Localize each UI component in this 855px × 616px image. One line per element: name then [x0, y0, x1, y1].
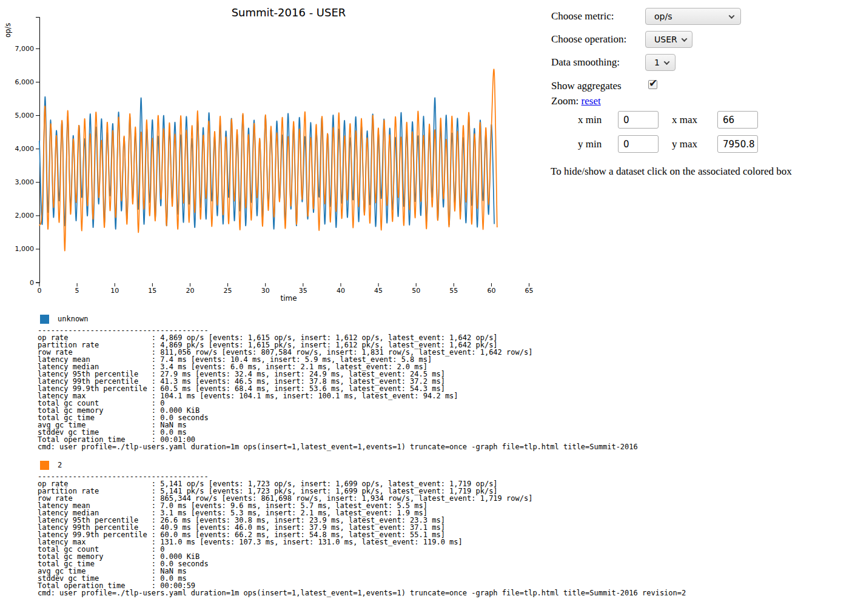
- x-axis-label: time: [280, 294, 297, 303]
- dataset-toggle-swatch-unknown[interactable]: [40, 315, 49, 324]
- x-max-input[interactable]: [717, 111, 758, 129]
- x-min-input[interactable]: [618, 111, 659, 129]
- chevron-down-icon: [663, 59, 669, 65]
- dataset-toggle-swatch-2[interactable]: [40, 461, 49, 470]
- checkmark-icon: ✔: [649, 77, 657, 89]
- zoom-reset-link[interactable]: reset: [582, 95, 601, 107]
- aggregates-label: Show aggregates: [551, 79, 622, 93]
- svg-text:25: 25: [224, 287, 232, 295]
- svg-text:1,000: 1,000: [15, 245, 35, 253]
- svg-text:5: 5: [75, 287, 79, 295]
- svg-text:10: 10: [110, 287, 119, 295]
- y-max-input[interactable]: [717, 135, 758, 153]
- metric-select[interactable]: op/s: [645, 8, 741, 25]
- ops-chart-svg[interactable]: Summit-2016 - USERtimeop/s01,0002,0003,0…: [0, 0, 543, 306]
- zoom-label: Zoom:: [551, 95, 578, 107]
- svg-text:55: 55: [449, 287, 458, 295]
- operation-select[interactable]: USER: [645, 31, 692, 48]
- smoothing-select[interactable]: 1: [645, 54, 676, 71]
- svg-text:3,000: 3,000: [15, 178, 35, 186]
- svg-text:5,000: 5,000: [15, 112, 35, 119]
- smoothing-select-value: 1: [654, 58, 660, 67]
- svg-text:2,000: 2,000: [15, 212, 35, 219]
- dataset-name: unknown: [58, 315, 89, 324]
- svg-text:65: 65: [525, 287, 534, 295]
- dataset-toggle-hint: To hide/show a dataset click on the asso…: [551, 165, 792, 178]
- chart-title: Summit-2016 - USER: [232, 6, 346, 19]
- svg-text:60: 60: [487, 287, 495, 295]
- metric-label: Choose metric:: [551, 10, 614, 23]
- svg-text:35: 35: [299, 287, 307, 295]
- svg-text:6,000: 6,000: [15, 78, 35, 86]
- svg-text:0: 0: [38, 287, 42, 295]
- svg-text:50: 50: [412, 287, 420, 295]
- y-min-input[interactable]: [618, 135, 659, 153]
- svg-text:15: 15: [148, 287, 156, 295]
- metric-select-value: op/s: [654, 12, 672, 21]
- svg-text:30: 30: [261, 287, 270, 295]
- operation-label: Choose operation:: [551, 33, 626, 46]
- svg-text:20: 20: [186, 287, 194, 295]
- x-max-label: x max: [672, 114, 697, 126]
- svg-text:40: 40: [337, 287, 345, 295]
- svg-text:0: 0: [30, 279, 34, 287]
- y-axis: 01,0002,0003,0004,0005,0006,0007,000: [15, 18, 40, 287]
- zoom-row: Zoom: reset: [551, 95, 601, 107]
- svg-text:7,000: 7,000: [15, 45, 35, 53]
- y-max-label: y max: [672, 138, 697, 150]
- y-axis-label: op/s: [4, 23, 12, 38]
- dataset-stats-text: --------------------------------------- …: [38, 473, 686, 597]
- series-line-2: [39, 69, 497, 251]
- svg-text:4,000: 4,000: [15, 145, 35, 153]
- operation-select-value: USER: [654, 35, 677, 44]
- svg-text:45: 45: [374, 287, 383, 295]
- ops-chart-area[interactable]: Summit-2016 - USERtimeop/s01,0002,0003,0…: [0, 0, 543, 306]
- dataset-stats-text: --------------------------------------- …: [38, 327, 638, 450]
- aggregates-checkbox[interactable]: ✔: [648, 80, 657, 89]
- smoothing-label: Data smoothing:: [551, 56, 620, 69]
- x-axis: 05101520253035404550556065: [38, 283, 534, 295]
- chevron-down-icon: [681, 36, 687, 42]
- chevron-down-icon: [729, 13, 735, 19]
- y-min-label: y min: [578, 138, 602, 150]
- dataset-name: 2: [58, 461, 62, 470]
- x-min-label: x min: [578, 114, 602, 126]
